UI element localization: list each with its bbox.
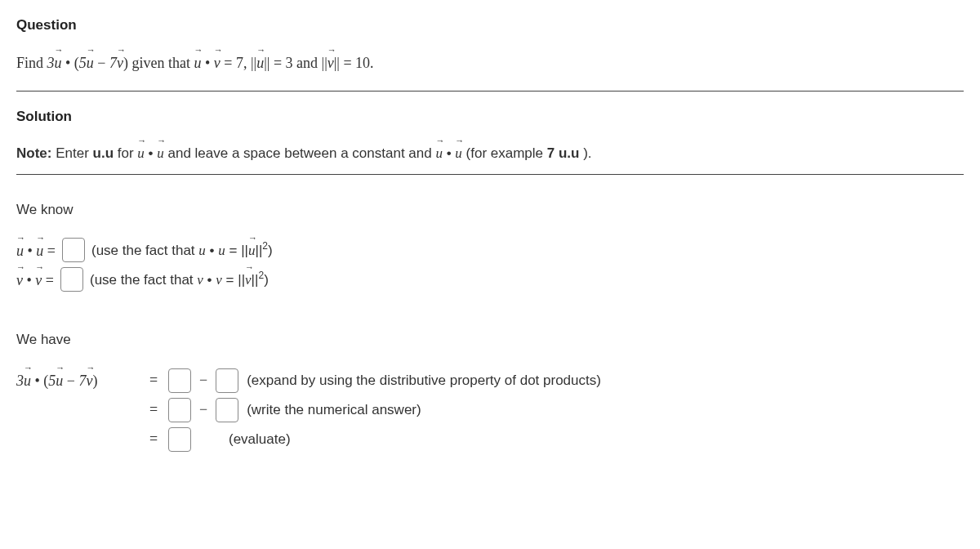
uu-hint-pre: (use the fact that <box>91 243 198 258</box>
s2-eq: = <box>147 399 160 421</box>
vv-hint-mid: = <box>222 272 238 288</box>
note-t2: for <box>114 145 137 161</box>
s2-minus: − <box>199 399 207 421</box>
vv-vec-v2: v <box>35 268 42 292</box>
uu-hint-nr: || <box>255 243 262 258</box>
vec-u2: u <box>87 51 94 74</box>
uu-hint: (use the fact that u • u = ||u||2) <box>91 239 273 261</box>
s3-box[interactable] <box>168 427 191 452</box>
s1-coef5: 5 <box>48 373 56 389</box>
note-line: Note: Enter u.u for u • u and leave a sp… <box>16 141 964 164</box>
vec-v3: v <box>327 51 334 74</box>
s1-box2[interactable] <box>216 368 238 393</box>
note-vec-u4: u <box>455 141 462 164</box>
note-t3: and leave a space between a constant and <box>164 145 436 161</box>
uu-hint-uvec: u <box>248 239 256 261</box>
s2-box1[interactable] <box>168 398 191 422</box>
given-label: given that <box>128 55 194 71</box>
note-vec-u1: u <box>137 141 145 164</box>
norm-l1: || <box>251 55 256 71</box>
note-ex: 7 u.u <box>547 145 580 161</box>
step1-lhs: 3u • (5u − 7v) <box>16 368 139 392</box>
s1-minus2: − <box>199 369 207 391</box>
vv-lhs: v • v = <box>16 268 54 292</box>
note-dot1: • <box>145 145 157 161</box>
step-row-1: 3u • (5u − 7v) = − (expand by using the … <box>16 368 964 393</box>
and-label: and <box>293 55 322 71</box>
s1-u2: u <box>56 368 63 392</box>
s3-hint: (evaluate) <box>229 429 291 450</box>
question-text: Find 3u • (5u − 7v) given that u • v = 7… <box>16 51 964 74</box>
s1-coef7: 7 <box>78 373 86 389</box>
vv-hint-dot: • <box>207 272 212 288</box>
vv-vec-v1: v <box>16 268 23 292</box>
uu-row: u • u = (use the fact that u • u = ||u||… <box>16 238 964 262</box>
vv-hint-post: ) <box>264 272 269 288</box>
uu-vec-u1: u <box>16 239 24 262</box>
step-row-2: = − (write the numerical answer) <box>16 398 964 422</box>
note-t1: Enter <box>51 145 92 161</box>
vv-hint-v1: v <box>197 272 203 288</box>
vec-u3: u <box>194 51 201 74</box>
dot-op: • <box>62 55 74 71</box>
note-vec-u3: u <box>435 141 443 164</box>
uu-hint-u2: u <box>218 243 225 258</box>
minus-op: − <box>94 55 109 71</box>
normv-val: = 10. <box>340 55 374 71</box>
vv-hint-vvec: v <box>245 268 252 291</box>
s1-hint: (expand by using the distributive proper… <box>247 370 601 391</box>
s1-eq: = <box>147 369 160 391</box>
uu-vec-u2: u <box>36 239 43 262</box>
note-t4: (for example <box>462 145 547 161</box>
s1-u: u <box>24 368 31 392</box>
eq1: = 7, <box>220 55 251 71</box>
s1-rp: ) <box>92 373 97 389</box>
uu-lhs: u • u = <box>16 239 56 262</box>
uu-hint-dot: • <box>210 243 215 258</box>
divider-1 <box>16 91 964 92</box>
vv-hint-v2: v <box>216 272 222 288</box>
s1-v: v <box>86 368 92 392</box>
s1-box1[interactable] <box>168 368 191 393</box>
uu-hint-mid: = <box>225 243 241 258</box>
note-dot2: • <box>443 145 455 161</box>
note-vec-u2: u <box>157 141 164 164</box>
norm-l2: || <box>322 55 327 71</box>
vv-row: v • v = (use the fact that v • v = ||v||… <box>16 267 964 292</box>
uu-dot: • <box>28 243 33 259</box>
vec-u: u <box>55 51 62 74</box>
coef-5: 5 <box>79 55 87 71</box>
vv-answer-input[interactable] <box>60 267 83 292</box>
note-t5: ). <box>579 145 591 161</box>
step-row-3: = (evaluate) <box>16 427 964 452</box>
s1-dot: • <box>35 373 40 389</box>
solution-heading: Solution <box>16 106 964 127</box>
vec-v: v <box>117 51 123 74</box>
uu-hint-nl: || <box>241 243 248 258</box>
note-uu: u.u <box>93 145 114 161</box>
uu-hint-sq: 2 <box>262 241 268 252</box>
weknow-heading: We know <box>16 199 964 221</box>
uu-hint-u1: u <box>198 243 206 258</box>
vv-dot: • <box>27 272 32 288</box>
normu-val: = 3 <box>270 55 292 71</box>
step-block: 3u • (5u − 7v) = − (expand by using the … <box>16 368 964 452</box>
coef-7: 7 <box>109 55 117 71</box>
vec-u4: u <box>256 51 264 74</box>
vv-hint-nl: || <box>238 272 245 288</box>
find-label: Find <box>16 55 47 71</box>
divider-2 <box>16 174 964 175</box>
s2-hint: (write the numerical answer) <box>247 399 421 421</box>
uu-eq: = <box>47 243 56 259</box>
uu-hint-post: ) <box>268 243 273 258</box>
note-label: Note: <box>16 145 51 161</box>
norm-r2: || <box>334 55 340 71</box>
vec-v2: v <box>214 51 220 74</box>
dot-op2: • <box>201 55 213 71</box>
question-heading: Question <box>16 15 964 36</box>
uu-answer-input[interactable] <box>62 238 85 262</box>
vv-hint: (use the fact that v • v = ||v||2) <box>90 268 269 291</box>
s3-eq: = <box>147 428 160 450</box>
coef-3: 3 <box>47 55 55 71</box>
s2-box2[interactable] <box>216 398 238 422</box>
